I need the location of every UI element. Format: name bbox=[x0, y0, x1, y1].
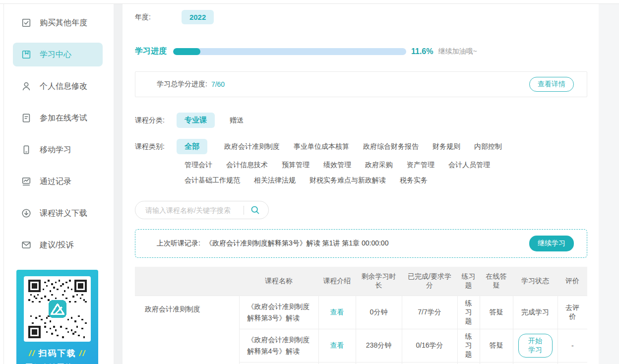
credits-cell: 7/7学分 bbox=[402, 296, 457, 329]
progress-encourage-text: 继续加油哦~ bbox=[438, 47, 477, 56]
qa-cell[interactable]: 答疑 bbox=[480, 296, 513, 329]
view-intro-link[interactable]: 查看 bbox=[330, 308, 344, 316]
course-type-row-2: 管理会计 会计信息技术 预算管理 绩效管理 政府采购 资产管理 会计人员管理 bbox=[135, 161, 586, 170]
right-page-gutter bbox=[599, 4, 619, 364]
page: 购买其他年度 学习中心 个人信息修改 参 bbox=[0, 4, 619, 364]
type-option[interactable]: 相关法律法规 bbox=[254, 176, 296, 185]
table-row: 政府会计准则制度 《政府会计准则制度解释第3号》解读 查看 0分钟 7/7学分 … bbox=[135, 296, 587, 329]
course-category-label: 课程分类: bbox=[135, 116, 165, 125]
mobile-icon bbox=[21, 144, 32, 155]
qr-code bbox=[24, 276, 91, 342]
sidebar-item-label: 移动学习 bbox=[40, 145, 71, 155]
progress-fill bbox=[173, 48, 200, 55]
header-category bbox=[135, 267, 239, 296]
last-record-text: 《政府会计准则制度解释第3号》解读 第1讲 第1章 00:00:00 bbox=[205, 239, 389, 248]
evaluate-cell: - bbox=[557, 329, 587, 362]
type-option[interactable]: 会计信息技术 bbox=[226, 161, 268, 170]
exam-icon bbox=[21, 113, 32, 123]
continue-learning-button[interactable]: 继续学习 bbox=[529, 236, 574, 251]
sidebar-item-label: 建议/投诉 bbox=[40, 240, 73, 250]
course-name-cell: 《政府会计准则制度解释第3号》解读 bbox=[239, 296, 318, 329]
type-option[interactable]: 预算管理 bbox=[282, 161, 310, 170]
course-category-row: 课程分类: 专业课 赠送 bbox=[135, 113, 586, 128]
person-icon bbox=[21, 81, 32, 92]
type-option[interactable]: 政府采购 bbox=[365, 161, 393, 170]
sidebar-item-label: 个人信息修改 bbox=[40, 81, 87, 92]
course-type-row-1: 课程类别: 全部 政府会计准则制度 事业单位成本核算 政府综合财务报告 财务规则… bbox=[135, 139, 586, 154]
type-option[interactable]: 政府综合财务报告 bbox=[363, 142, 419, 151]
sidebar-item-handout-download[interactable]: 课程讲义下载 bbox=[13, 201, 103, 225]
header-course-intro: 课程介绍 bbox=[318, 267, 356, 296]
bookmark-icon bbox=[21, 49, 32, 60]
year-chip-2022[interactable]: 2022 bbox=[182, 10, 214, 24]
sidebar-item-buy-other-years[interactable]: 购买其他年度 bbox=[13, 11, 103, 35]
last-record-label: 上次听课记录: bbox=[157, 239, 200, 248]
type-option[interactable]: 绩效管理 bbox=[323, 161, 351, 170]
sidebar-item-learning-center[interactable]: 学习中心 bbox=[13, 43, 103, 66]
header-credits: 已完成/要求学分 bbox=[402, 267, 457, 296]
app-download-card[interactable]: //扫码下载// 正保会计网校APP bbox=[16, 270, 98, 364]
qa-cell[interactable]: 答疑 bbox=[480, 329, 513, 362]
sidebar-item-online-exam[interactable]: 参加在线考试 bbox=[13, 106, 103, 130]
category-option-professional[interactable]: 专业课 bbox=[177, 113, 215, 128]
sidebar-item-label: 通过记录 bbox=[40, 177, 71, 187]
course-type-block: 课程类别: 全部 政府会计准则制度 事业单位成本核算 政府综合财务报告 财务规则… bbox=[135, 139, 586, 185]
app-logo-icon bbox=[49, 300, 66, 318]
category-option-gift[interactable]: 赠送 bbox=[230, 116, 244, 125]
mail-icon bbox=[21, 240, 32, 250]
sidebar-item-feedback[interactable]: 建议/投诉 bbox=[13, 233, 103, 257]
sidebar: 购买其他年度 学习中心 个人信息修改 参 bbox=[3, 4, 114, 364]
type-option[interactable]: 税务实务 bbox=[400, 176, 428, 185]
download-icon bbox=[21, 208, 32, 219]
chart-icon bbox=[21, 176, 32, 187]
course-table: 课程名称 课程介绍 剩余学习时长 已完成/要求学分 练习题 在线答疑 学习状态 … bbox=[135, 267, 587, 364]
qr-caption: //扫码下载// bbox=[16, 348, 98, 359]
progress-percent: 11.6% bbox=[411, 47, 433, 56]
checkbox-icon bbox=[21, 17, 32, 28]
sidebar-item-label: 购买其他年度 bbox=[40, 18, 87, 28]
sidebar-item-mobile-learning[interactable]: 移动学习 bbox=[13, 138, 103, 162]
type-option[interactable]: 政府会计准则制度 bbox=[224, 142, 280, 151]
sidebar-item-pass-records[interactable]: 通过记录 bbox=[13, 170, 103, 193]
type-option[interactable]: 会计人员管理 bbox=[448, 161, 490, 170]
year-row: 年度: 2022 bbox=[135, 10, 586, 24]
header-course-name: 课程名称 bbox=[239, 267, 318, 296]
view-details-button[interactable]: 查看详情 bbox=[529, 77, 574, 92]
header-evaluate: 评价 bbox=[557, 267, 587, 296]
year-label: 年度: bbox=[135, 13, 151, 22]
sidebar-item-label: 参加在线考试 bbox=[40, 113, 87, 123]
start-learning-button[interactable]: 开始学习 bbox=[518, 334, 553, 358]
sidebar-item-profile-edit[interactable]: 个人信息修改 bbox=[13, 74, 103, 98]
course-category-cell: 政府会计准则制度 bbox=[135, 296, 239, 364]
type-option[interactable]: 会计基础工作规范 bbox=[185, 176, 240, 185]
search-icon[interactable] bbox=[250, 205, 260, 215]
search-divider bbox=[244, 206, 244, 215]
type-option[interactable]: 内部控制 bbox=[474, 142, 502, 151]
search-input[interactable] bbox=[145, 206, 238, 214]
type-option[interactable]: 资产管理 bbox=[407, 161, 434, 170]
progress-bar bbox=[173, 48, 406, 55]
view-intro-link[interactable]: 查看 bbox=[330, 341, 344, 349]
practice-cell[interactable]: 练习题 bbox=[457, 296, 480, 329]
remaining-time-cell: 0分钟 bbox=[356, 296, 402, 329]
course-type-label: 课程类别: bbox=[135, 142, 165, 151]
type-option[interactable]: 财务规则 bbox=[433, 142, 460, 151]
progress-label: 学习进度 bbox=[135, 46, 167, 57]
type-option-all[interactable]: 全部 bbox=[177, 139, 207, 154]
table-header-row: 课程名称 课程介绍 剩余学习时长 已完成/要求学分 练习题 在线答疑 学习状态 … bbox=[135, 267, 587, 296]
progress-row: 学习进度 11.6% 继续加油哦~ bbox=[135, 46, 586, 57]
type-option[interactable]: 财税实务难点与新政解读 bbox=[310, 176, 386, 185]
evaluate-cell[interactable]: 去评价 bbox=[557, 296, 587, 329]
type-option[interactable]: 管理会计 bbox=[185, 161, 212, 170]
credit-label: 学习总学分进度: bbox=[157, 80, 207, 89]
credit-progress-box: 学习总学分进度: 7/60 查看详情 bbox=[135, 71, 587, 97]
practice-cell[interactable]: 练习题 bbox=[457, 329, 480, 362]
top-divider bbox=[0, 0, 619, 4]
header-learning-status: 学习状态 bbox=[513, 267, 557, 296]
slash-decoration: // bbox=[29, 349, 35, 358]
course-type-row-3: 会计基础工作规范 相关法律法规 财税实务难点与新政解读 税务实务 bbox=[135, 176, 586, 185]
course-search-box bbox=[135, 201, 269, 219]
sidebar-item-label: 课程讲义下载 bbox=[40, 208, 87, 219]
header-remaining-time: 剩余学习时长 bbox=[356, 267, 402, 296]
type-option[interactable]: 事业单位成本核算 bbox=[294, 142, 349, 151]
